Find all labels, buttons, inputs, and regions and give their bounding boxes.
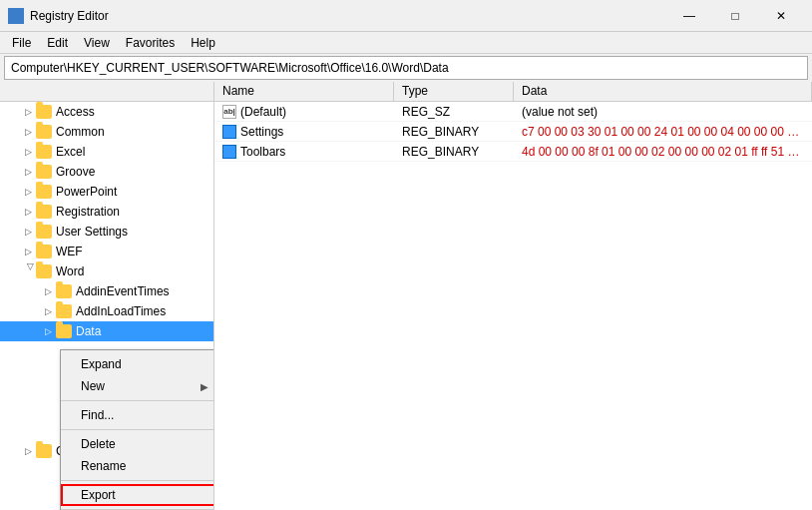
tree-label: Access — [56, 105, 95, 119]
expand-icon: ▷ — [20, 443, 36, 459]
expand-icon: ▷ — [20, 164, 36, 180]
svg-rect-2 — [10, 17, 15, 22]
tree-label: PowerPoint — [56, 185, 117, 199]
expand-icon: ▷ — [20, 244, 36, 259]
expand-icon: ▷ — [40, 323, 56, 339]
tree-item-common[interactable]: ▷ Common — [0, 122, 213, 142]
tree-label: User Settings — [56, 225, 128, 239]
svg-rect-0 — [10, 10, 15, 15]
tree-label: Registration — [56, 205, 120, 219]
folder-icon — [56, 304, 72, 318]
tree-label: Common — [56, 125, 105, 139]
tree-label: Groove — [56, 165, 95, 179]
app-icon — [8, 8, 24, 24]
expand-icon: ▷ — [20, 184, 36, 200]
tree-item-powerpoint[interactable]: ▷ PowerPoint — [0, 182, 213, 202]
expand-icon: ▷ — [20, 204, 36, 220]
menu-item-favorites[interactable]: Favorites — [118, 34, 183, 52]
expand-icon: ▷ — [20, 224, 36, 240]
tree-item-wef[interactable]: ▷ WEF — [0, 242, 213, 261]
folder-icon — [36, 145, 52, 159]
expand-icon: ▷ — [40, 283, 56, 299]
reg-type: REG_SZ — [394, 103, 514, 121]
col-header-data: Data — [514, 82, 812, 101]
table-row[interactable]: ab| (Default) REG_SZ (value not set) — [214, 102, 812, 122]
col-header-type: Type — [394, 82, 514, 101]
ctx-rename-label: Rename — [81, 459, 126, 473]
tree-item-groove[interactable]: ▷ Groove — [0, 162, 213, 182]
table-row[interactable]: Toolbars REG_BINARY 4d 00 00 00 8f 01 00… — [214, 142, 812, 162]
ctx-delete[interactable]: Delete — [61, 433, 214, 455]
ctx-new-label: New — [81, 379, 105, 393]
tree-item-registration[interactable]: ▷ Registration — [0, 202, 213, 222]
tree-label: WEF — [56, 245, 83, 258]
address-bar: Computer\HKEY_CURRENT_USER\SOFTWARE\Micr… — [4, 56, 808, 80]
reg-data: c7 00 00 03 30 01 00 00 24 01 00 00 04 0… — [514, 123, 812, 141]
title-bar: Registry Editor — □ ✕ — [0, 0, 812, 32]
ctx-find-label: Find... — [81, 408, 114, 422]
ctx-find[interactable]: Find... — [61, 404, 214, 426]
ctx-new-arrow: ▶ — [201, 381, 208, 392]
tree-item-addinloadtimes[interactable]: ▷ AddInLoadTimes — [0, 301, 213, 321]
menu-item-file[interactable]: File — [4, 34, 39, 52]
expand-icon: ▷ — [20, 104, 36, 120]
ctx-sep1 — [61, 400, 214, 401]
ctx-sep3 — [61, 480, 214, 481]
expand-icon: ▷ — [20, 263, 36, 279]
table-row[interactable]: Settings REG_BINARY c7 00 00 03 30 01 00… — [214, 122, 812, 142]
tree-label: Word — [56, 264, 84, 278]
reg-sz-icon: ab| — [222, 105, 236, 119]
reg-data: 4d 00 00 00 8f 01 00 00 02 00 00 00 02 0… — [514, 143, 812, 161]
right-panel: Name Type Data ab| (Default) REG_SZ (val… — [214, 82, 812, 510]
reg-name: Toolbars — [214, 143, 394, 161]
tree-header — [0, 82, 213, 102]
tree-item-excel[interactable]: ▷ Excel — [0, 142, 213, 162]
ctx-sep2 — [61, 429, 214, 430]
folder-icon — [56, 324, 72, 338]
tree-label: Data — [76, 324, 101, 338]
folder-icon — [36, 264, 52, 278]
tree-label: AddInLoadTimes — [76, 304, 166, 318]
ctx-expand-label: Expand — [81, 357, 122, 371]
ctx-delete-label: Delete — [81, 437, 116, 451]
reg-type: REG_BINARY — [394, 143, 514, 161]
expand-icon: ▷ — [20, 144, 36, 160]
right-header: Name Type Data — [214, 82, 812, 102]
maximize-button[interactable]: □ — [712, 0, 758, 32]
folder-icon — [36, 205, 52, 219]
reg-bin-icon — [222, 145, 236, 159]
tree-panel: ▷ Access ▷ Common ▷ Excel ▷ Groove — [0, 82, 214, 510]
ctx-export[interactable]: Export — [61, 484, 214, 506]
reg-data: (value not set) — [514, 103, 812, 121]
ctx-new[interactable]: New ▶ — [61, 375, 214, 397]
menu-item-view[interactable]: View — [76, 34, 118, 52]
tree-item-addineventtimes[interactable]: ▷ AddinEventTimes — [0, 281, 213, 301]
tree-item-user-settings[interactable]: ▷ User Settings — [0, 222, 213, 242]
right-content: ab| (Default) REG_SZ (value not set) Set… — [214, 102, 812, 162]
tree-item-access[interactable]: ▷ Access — [0, 102, 213, 122]
folder-icon — [36, 245, 52, 258]
folder-icon — [36, 444, 52, 458]
context-menu: Expand New ▶ Find... Delete Rename Expor… — [60, 349, 214, 510]
reg-bin-icon — [222, 125, 236, 139]
menu-item-help[interactable]: Help — [183, 34, 223, 52]
tree-item-word[interactable]: ▷ Word — [0, 261, 213, 281]
svg-rect-1 — [17, 10, 22, 15]
ctx-rename[interactable]: Rename — [61, 455, 214, 477]
folder-icon — [36, 185, 52, 199]
window-title: Registry Editor — [30, 9, 666, 23]
close-button[interactable]: ✕ — [758, 0, 804, 32]
tree-label: Excel — [56, 145, 85, 159]
menu-item-edit[interactable]: Edit — [39, 34, 76, 52]
minimize-button[interactable]: — — [666, 0, 712, 32]
address-path: Computer\HKEY_CURRENT_USER\SOFTWARE\Micr… — [11, 61, 449, 75]
menu-bar: FileEditViewFavoritesHelp — [0, 32, 812, 54]
folder-icon — [36, 125, 52, 139]
window-controls: — □ ✕ — [666, 0, 804, 32]
expand-icon: ▷ — [20, 124, 36, 140]
folder-icon — [36, 225, 52, 239]
folder-icon — [36, 105, 52, 119]
tree-item-data[interactable]: ▷ Data — [0, 321, 213, 341]
ctx-expand[interactable]: Expand — [61, 353, 214, 375]
svg-rect-3 — [17, 17, 22, 22]
